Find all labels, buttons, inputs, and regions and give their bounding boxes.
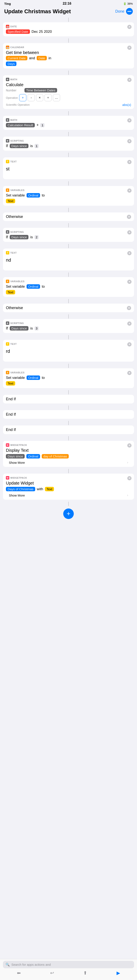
otherwise-close-2[interactable]: ✕ <box>127 306 131 310</box>
tab-undo[interactable]: ↩ <box>50 970 54 976</box>
day-of-christmas-badge[interactable]: day of Christmas <box>42 454 69 458</box>
connector <box>0 436 137 441</box>
scripting-label-1: ⚙ SCRIPTING <box>6 139 131 142</box>
endif-block-3: End If <box>3 425 134 434</box>
tab-back[interactable]: ⬅ <box>17 970 21 976</box>
variables-close-1[interactable]: ✕ <box>127 188 132 192</box>
calendar-close-btn[interactable]: ✕ <box>127 46 132 50</box>
calendar-row: Current Date and Date in <box>6 56 131 60</box>
op-plus[interactable]: + <box>19 94 26 101</box>
calc-result-badge[interactable]: Calculation Result <box>6 123 35 127</box>
share-icon: ⬆ <box>83 970 87 976</box>
to-text-2: to <box>42 285 45 289</box>
date-card: ✕ 📅 DATE Specified Date Dec 25 2020 <box>3 22 134 37</box>
days-since-badge-2[interactable]: Days since <box>10 235 29 239</box>
add-action-button[interactable]: + <box>63 509 74 519</box>
days-since-display-badge[interactable]: Days since <box>6 454 25 458</box>
days-since-badge-1[interactable]: Days since <box>10 144 29 148</box>
show-more-chevron-2: › <box>127 493 128 497</box>
scientific-row: Scientific Operation abs(x) <box>6 103 131 107</box>
in-text: in <box>48 56 51 60</box>
bottom-bar: 🔍 Search for apps actions and ⬅ ↩ ⬆ ▶ <box>0 959 137 980</box>
text-value-badge-1[interactable]: Text <box>6 199 15 203</box>
val-1[interactable]: 1 <box>35 144 39 148</box>
ordinal-badge-2[interactable]: Ordinal <box>27 284 40 289</box>
show-more-row-2[interactable]: Show More › <box>6 491 131 497</box>
date-badge[interactable]: Date <box>37 56 47 60</box>
done-button[interactable]: Done <box>115 9 124 14</box>
endif-block-2: End If <box>3 410 134 419</box>
ordinal-badge-1[interactable]: Ordinal <box>27 193 40 197</box>
days-since-badge-3[interactable]: Days since <box>10 326 29 331</box>
math-card-1: ✕ ⚙ MATH Calculate Number Time Between D… <box>3 75 134 109</box>
text-close-2[interactable]: ✕ <box>127 251 132 255</box>
is-text-2: is <box>30 235 33 239</box>
variables-card-1: ✕ X VARIABLES Set variable Ordinal to Te… <box>3 186 134 206</box>
scripting-icon-2: ⚙ <box>6 230 9 234</box>
ordinal-display-badge[interactable]: Ordinal <box>26 454 40 458</box>
op-multiply[interactable]: × <box>36 94 43 101</box>
text-label-2: T TEXT <box>6 251 131 255</box>
scripting-close-3[interactable]: ✕ <box>127 321 132 326</box>
op-minus[interactable]: - <box>27 94 35 101</box>
specified-date-badge[interactable]: Specified Date <box>6 29 30 34</box>
math-close-btn-2[interactable]: ✕ <box>127 118 132 123</box>
show-more-text-1[interactable]: Show More <box>9 461 25 465</box>
search-bar[interactable]: 🔍 Search for apps actions and <box>3 961 134 968</box>
widgetpack-display-close[interactable]: ✕ <box>127 443 132 447</box>
carrier: Ting <box>4 2 11 5</box>
endif-block-1: End If <box>3 395 134 403</box>
text-content-3[interactable]: rd <box>6 347 131 359</box>
ordinal-badge-3[interactable]: Ordinal <box>27 375 40 380</box>
text-value-badge-2[interactable]: Text <box>6 290 15 294</box>
ellipsis-button[interactable]: ••• <box>126 8 133 15</box>
text-update-badge[interactable]: Text <box>45 487 54 491</box>
days-of-christmas-badge[interactable]: Days of Christmas <box>6 487 35 491</box>
widgetpack-display-row: Days since Ordinal day of Christmas <box>6 454 131 458</box>
sci-value[interactable]: abs(x) <box>122 103 131 107</box>
variables-label-2: X VARIABLES <box>6 280 131 283</box>
text-close-1[interactable]: ✕ <box>127 160 132 164</box>
show-more-text-2[interactable]: Show More <box>9 493 25 497</box>
variables-close-3[interactable]: ✕ <box>127 371 132 375</box>
date-value[interactable]: Dec 25 2020 <box>32 30 52 34</box>
tab-run[interactable]: ▶ <box>116 970 120 976</box>
number-1-badge[interactable]: 1 <box>40 123 45 127</box>
fab-container: + <box>0 509 137 521</box>
widgetpack-display-title: Display Text <box>6 448 131 453</box>
time-between-dates-badge[interactable]: Time Between Dates <box>24 88 57 92</box>
op-divide[interactable]: ÷ <box>45 94 52 101</box>
text-label-1: T TEXT <box>6 160 131 163</box>
scripting-close-2[interactable]: ✕ <box>127 230 132 234</box>
days-badge[interactable]: Days <box>6 62 16 66</box>
battery: 🔋 38% <box>123 2 133 5</box>
search-placeholder[interactable]: Search for apps actions and <box>11 963 51 966</box>
text-content-2[interactable]: nd <box>6 256 131 268</box>
variables-close-2[interactable]: ✕ <box>127 280 132 284</box>
connector <box>0 335 137 339</box>
otherwise-close-1[interactable]: ✕ <box>127 215 131 219</box>
back-icon: ⬅ <box>17 970 21 976</box>
val-3[interactable]: 3 <box>35 326 39 331</box>
scripting-close-1[interactable]: ✕ <box>127 139 132 143</box>
otherwise-text-2: Otherwise <box>6 306 23 310</box>
otherwise-block-2: Otherwise ✕ <box>3 304 134 312</box>
math-close-btn-1[interactable]: ✕ <box>127 78 132 82</box>
tab-share[interactable]: ⬆ <box>83 970 87 976</box>
text-content-1[interactable]: st <box>6 164 131 177</box>
scripting-card-2: ✕ ⚙ SCRIPTING If Days since is 2 <box>3 228 134 242</box>
current-date-badge[interactable]: Current Date <box>6 56 27 60</box>
show-more-row-1[interactable]: Show More › <box>6 458 131 465</box>
math-label-2: ⚙ MATH <box>6 118 131 122</box>
text-value-badge-3[interactable]: Text <box>6 381 15 385</box>
widgetpack-update-close[interactable]: ✕ <box>127 476 132 480</box>
date-close-btn[interactable]: ✕ <box>127 25 132 29</box>
variables-row-3: Set variable Ordinal to <box>6 375 131 380</box>
text-close-3[interactable]: ✕ <box>127 342 132 347</box>
with-text: with <box>37 487 43 491</box>
variables-icon-2: X <box>6 280 9 283</box>
connector <box>0 223 137 228</box>
val-2[interactable]: 2 <box>35 235 39 239</box>
op-more[interactable]: … <box>53 94 60 101</box>
status-bar: Ting 22:16 🔋 38% <box>0 0 137 6</box>
